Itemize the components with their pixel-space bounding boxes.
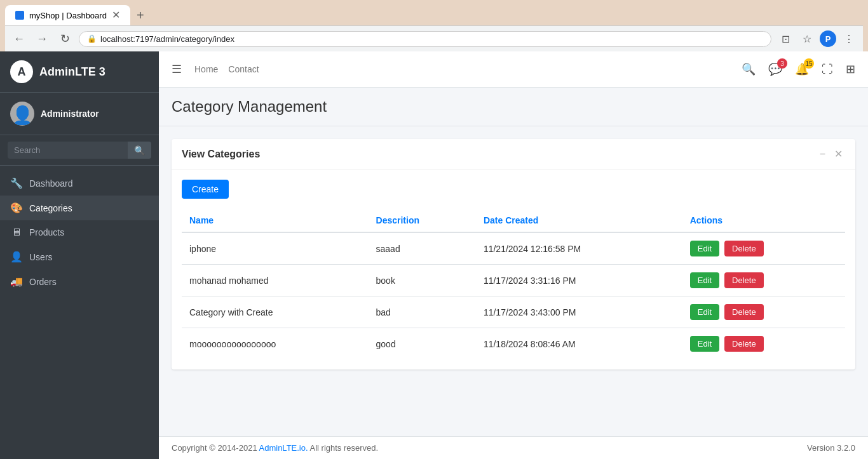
sidebar-item-products[interactable]: 🖥 Products xyxy=(0,220,159,244)
search-icon-btn[interactable]: 🔍 xyxy=(739,60,758,79)
new-tab-btn[interactable]: + xyxy=(132,8,149,23)
notifications-btn[interactable]: 💬 3 xyxy=(766,60,785,79)
edit-button[interactable]: Edit xyxy=(690,241,719,256)
sidebar-toggle-btn[interactable]: ☰ xyxy=(169,60,184,79)
address-bar[interactable]: 🔒 localhost:7197/admin/category/index xyxy=(79,31,771,47)
avatar: 👤 xyxy=(10,102,34,126)
create-button[interactable]: Create xyxy=(182,180,229,199)
cell-description: bad xyxy=(369,296,476,328)
sidebar-item-label: Categories xyxy=(29,203,72,213)
refresh-btn[interactable]: ↻ xyxy=(56,30,74,48)
alert-badge: 15 xyxy=(804,58,814,69)
dashboard-icon: 🔧 xyxy=(10,177,23,189)
cell-date: 11/17/2024 3:31:16 PM xyxy=(476,265,682,296)
cell-actions: Edit Delete xyxy=(682,265,845,296)
card-body: Create Name Descrition Date Created Acti… xyxy=(172,170,855,369)
users-icon: 👤 xyxy=(10,251,23,263)
table-header: Name Descrition Date Created Actions xyxy=(182,209,845,232)
categories-card: View Categories − ✕ Create Name xyxy=(172,139,855,369)
forward-btn[interactable]: → xyxy=(33,30,51,48)
back-btn[interactable]: ← xyxy=(10,30,28,48)
delete-button[interactable]: Delete xyxy=(724,336,764,352)
browser-toolbar: ← → ↻ 🔒 localhost:7197/admin/category/in… xyxy=(5,25,863,51)
sidebar-search-inner: 🔍 xyxy=(8,142,151,159)
sidebar-search-container: 🔍 xyxy=(0,135,159,166)
fullscreen-btn[interactable]: ⛶ xyxy=(819,60,836,79)
edit-button[interactable]: Edit xyxy=(690,272,719,288)
sidebar-item-categories[interactable]: 🎨 Categories xyxy=(0,196,159,220)
topnav-actions: 🔍 💬 3 🔔 15 ⛶ ⊞ xyxy=(739,60,858,79)
address-text: localhost:7197/admin/category/index xyxy=(100,34,763,44)
delete-button[interactable]: Delete xyxy=(724,272,764,288)
browser-action-buttons: ⊡ ☆ P ⋮ xyxy=(776,30,858,48)
orders-icon: 🚚 xyxy=(10,276,23,288)
table-row: mohanad mohamed book 11/17/2024 3:31:16 … xyxy=(182,265,845,296)
table-body: iphone saaad 11/21/2024 12:16:58 PM Edit… xyxy=(182,232,845,359)
cell-name: Category with Create xyxy=(182,296,369,328)
sidebar-nav: 🔧 Dashboard 🎨 Categories 🖥 Products 👤 Us… xyxy=(0,166,159,459)
page-title: Category Management xyxy=(172,98,855,116)
cell-description: saaad xyxy=(369,232,476,265)
sidebar-item-dashboard[interactable]: 🔧 Dashboard xyxy=(0,171,159,196)
cell-name: iphone xyxy=(182,232,369,265)
bookmark-btn[interactable]: ☆ xyxy=(798,30,816,48)
active-tab[interactable]: myShop | Dashboard ✕ xyxy=(5,5,130,25)
content-body: View Categories − ✕ Create Name xyxy=(159,126,868,436)
cell-name: moooooooooooooooo xyxy=(182,328,369,360)
sidebar-item-label: Orders xyxy=(29,277,57,287)
cell-date: 11/18/2024 8:08:46 AM xyxy=(476,328,682,360)
brand-text: AdminLTE 3 xyxy=(39,65,105,79)
browser-profile-btn[interactable]: P xyxy=(820,30,836,47)
cell-description: book xyxy=(369,265,476,296)
topnav-link-contact[interactable]: Contact xyxy=(228,64,259,74)
search-input[interactable] xyxy=(8,142,128,159)
menu-btn[interactable]: ⋮ xyxy=(840,30,858,48)
search-button[interactable]: 🔍 xyxy=(128,142,151,159)
card-close-btn[interactable]: ✕ xyxy=(832,147,845,161)
cell-actions: Edit Delete xyxy=(682,328,845,360)
sidebar-item-users[interactable]: 👤 Users xyxy=(0,244,159,269)
col-description: Descrition xyxy=(369,209,476,232)
footer: Copyright © 2014-2021 AdminLTE.io. All r… xyxy=(159,436,868,459)
content-header: Category Management xyxy=(159,88,868,126)
tab-title: myShop | Dashboard xyxy=(29,11,107,20)
brand-logo: A xyxy=(10,60,33,83)
browser-chrome: myShop | Dashboard ✕ + ← → ↻ 🔒 localhost… xyxy=(0,0,868,51)
app-layout: A AdminLTE 3 👤 Administrator 🔍 🔧 Dashboa… xyxy=(0,51,868,459)
sidebar-item-orders[interactable]: 🚚 Orders xyxy=(0,269,159,294)
translate-btn[interactable]: ⊡ xyxy=(776,30,794,48)
col-actions: Actions xyxy=(682,209,845,232)
cell-actions: Edit Delete xyxy=(682,232,845,265)
tab-close-btn[interactable]: ✕ xyxy=(112,10,120,20)
sidebar-item-label: Products xyxy=(29,227,64,237)
delete-button[interactable]: Delete xyxy=(724,304,764,320)
tab-favicon xyxy=(15,11,24,20)
sidebar-item-label: Users xyxy=(29,252,53,262)
products-icon: 🖥 xyxy=(10,227,23,238)
edit-button[interactable]: Edit xyxy=(690,336,719,352)
card-minimize-btn[interactable]: − xyxy=(817,147,828,161)
footer-brand-link[interactable]: AdminLTE.io. xyxy=(259,443,308,453)
edit-button[interactable]: Edit xyxy=(690,304,719,320)
sidebar-brand: A AdminLTE 3 xyxy=(0,51,159,93)
cell-actions: Edit Delete xyxy=(682,296,845,328)
topnav-link-home[interactable]: Home xyxy=(194,64,218,74)
alerts-btn[interactable]: 🔔 15 xyxy=(792,60,811,79)
avatar-icon: 👤 xyxy=(11,105,34,126)
main-area: ☰ Home Contact 🔍 💬 3 🔔 15 ⛶ ⊞ C xyxy=(159,51,868,459)
card-tools: − ✕ xyxy=(817,147,845,161)
delete-button[interactable]: Delete xyxy=(724,241,764,256)
cell-date: 11/21/2024 12:16:58 PM xyxy=(476,232,682,265)
notification-badge: 3 xyxy=(777,58,787,69)
topnav-links: Home Contact xyxy=(194,64,729,74)
table-header-row: Name Descrition Date Created Actions xyxy=(182,209,845,232)
brand-letter: A xyxy=(18,65,26,79)
sidebar-username: Administrator xyxy=(41,109,99,119)
categories-icon: 🎨 xyxy=(10,202,23,214)
col-name: Name xyxy=(182,209,369,232)
cell-description: good xyxy=(369,328,476,360)
cell-name: mohanad mohamed xyxy=(182,265,369,296)
table-row: iphone saaad 11/21/2024 12:16:58 PM Edit… xyxy=(182,232,845,265)
apps-btn[interactable]: ⊞ xyxy=(843,60,858,79)
categories-table: Name Descrition Date Created Actions iph… xyxy=(182,209,845,359)
